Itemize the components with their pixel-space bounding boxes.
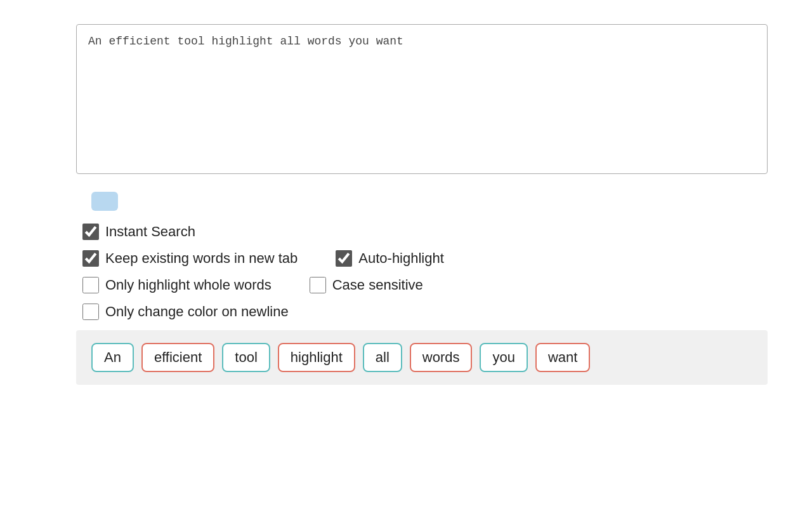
word-chip-4: all: [363, 343, 402, 372]
textarea-container: [76, 24, 768, 174]
option-row-color-newline: Only change color on newline: [82, 304, 768, 320]
checkbox-label-case-sensitive: Case sensitive: [332, 277, 423, 293]
word-chip-0: An: [91, 343, 134, 372]
label-color-newline[interactable]: Only change color on newline: [82, 304, 289, 320]
checkbox-label-whole-words: Only highlight whole words: [105, 277, 272, 293]
label-keep-existing[interactable]: Keep existing words in new tab: [82, 250, 298, 267]
options-section: Instant SearchKeep existing words in new…: [76, 192, 768, 320]
label-instant-search[interactable]: Instant Search: [82, 224, 195, 240]
words-preview: Anefficienttoolhighlightallwordsyouwant: [76, 330, 768, 385]
word-chip-2: tool: [222, 343, 270, 372]
delimiter-color-picker[interactable]: [91, 192, 118, 211]
delimiter-row: [82, 192, 768, 211]
checkbox-label-instant-search: Instant Search: [105, 224, 195, 240]
label-case-sensitive[interactable]: Case sensitive: [310, 277, 423, 293]
options-list: Instant SearchKeep existing words in new…: [82, 224, 768, 320]
word-chip-6: you: [480, 343, 527, 372]
label-auto-highlight[interactable]: Auto-highlight: [336, 250, 444, 267]
main-text-input[interactable]: [77, 25, 767, 171]
option-group-row-whole-words: Only highlight whole wordsCase sensitive: [82, 277, 768, 293]
checkbox-label-keep-existing: Keep existing words in new tab: [105, 250, 298, 267]
checkbox-label-color-newline: Only change color on newline: [105, 304, 289, 320]
checkbox-color-newline[interactable]: [82, 304, 99, 320]
checkbox-auto-highlight[interactable]: [336, 250, 352, 267]
option-group-row-keep-existing: Keep existing words in new tabAuto-highl…: [82, 250, 768, 267]
checkbox-label-auto-highlight: Auto-highlight: [358, 250, 444, 267]
word-chip-3: highlight: [278, 343, 355, 372]
checkbox-case-sensitive[interactable]: [310, 277, 326, 293]
checkbox-instant-search[interactable]: [82, 224, 99, 240]
checkbox-whole-words[interactable]: [82, 277, 99, 293]
checkbox-keep-existing[interactable]: [82, 250, 99, 267]
word-chip-1: efficient: [141, 343, 214, 372]
option-row-instant-search: Instant Search: [82, 224, 768, 240]
word-chip-5: words: [410, 343, 473, 372]
word-chip-7: want: [535, 343, 590, 372]
label-whole-words[interactable]: Only highlight whole words: [82, 277, 272, 293]
